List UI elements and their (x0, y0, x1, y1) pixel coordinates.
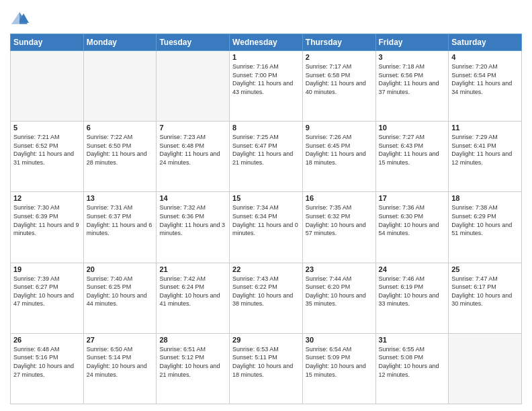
day-info: Sunrise: 7:47 AM Sunset: 6:17 PM Dayligh… (451, 275, 519, 308)
day-info: Sunrise: 6:48 AM Sunset: 5:16 PM Dayligh… (13, 345, 81, 379)
calendar-cell: 6Sunrise: 7:22 AM Sunset: 6:50 PM Daylig… (83, 122, 157, 192)
day-number: 31 (379, 336, 446, 344)
calendar-cell: 26Sunrise: 6:48 AM Sunset: 5:16 PM Dayli… (11, 333, 84, 404)
day-info: Sunrise: 7:22 AM Sunset: 6:50 PM Dayligh… (87, 133, 154, 167)
calendar-cell: 30Sunrise: 6:54 AM Sunset: 5:09 PM Dayli… (302, 333, 375, 404)
day-info: Sunrise: 7:26 AM Sunset: 6:45 PM Dayligh… (306, 133, 373, 167)
day-number: 24 (379, 265, 446, 273)
day-number: 2 (306, 53, 373, 61)
day-info: Sunrise: 6:55 AM Sunset: 5:08 PM Dayligh… (379, 345, 446, 379)
day-info: Sunrise: 6:53 AM Sunset: 5:11 PM Dayligh… (232, 345, 300, 379)
calendar-week-row: 19Sunrise: 7:39 AM Sunset: 6:27 PM Dayli… (11, 263, 522, 333)
day-number: 13 (87, 194, 154, 202)
calendar-day-header: Tuesday (157, 34, 230, 51)
calendar-cell: 27Sunrise: 6:50 AM Sunset: 5:14 PM Dayli… (83, 333, 157, 404)
calendar-cell (11, 51, 84, 122)
day-number: 26 (13, 336, 81, 344)
day-number: 9 (306, 124, 373, 132)
day-number: 28 (159, 336, 226, 344)
calendar-cell: 12Sunrise: 7:30 AM Sunset: 6:39 PM Dayli… (11, 192, 84, 263)
day-info: Sunrise: 7:29 AM Sunset: 6:41 PM Dayligh… (451, 133, 519, 167)
day-number: 11 (451, 124, 519, 132)
day-info: Sunrise: 7:17 AM Sunset: 6:58 PM Dayligh… (306, 62, 373, 96)
day-info: Sunrise: 7:42 AM Sunset: 6:24 PM Dayligh… (159, 275, 226, 308)
day-info: Sunrise: 7:18 AM Sunset: 6:56 PM Dayligh… (379, 62, 446, 96)
day-info: Sunrise: 7:25 AM Sunset: 6:47 PM Dayligh… (232, 133, 300, 167)
day-number: 4 (451, 53, 519, 61)
calendar-cell: 16Sunrise: 7:35 AM Sunset: 6:32 PM Dayli… (302, 192, 375, 263)
calendar-cell: 22Sunrise: 7:43 AM Sunset: 6:22 PM Dayli… (230, 263, 303, 333)
calendar-week-row: 12Sunrise: 7:30 AM Sunset: 6:39 PM Dayli… (11, 192, 522, 263)
day-number: 17 (379, 194, 446, 202)
day-number: 30 (306, 336, 373, 344)
calendar-day-header: Monday (83, 34, 157, 51)
calendar-cell: 17Sunrise: 7:36 AM Sunset: 6:30 PM Dayli… (375, 192, 449, 263)
day-number: 18 (451, 194, 519, 202)
calendar-header-row: SundayMondayTuesdayWednesdayThursdayFrid… (11, 34, 522, 51)
calendar-cell: 19Sunrise: 7:39 AM Sunset: 6:27 PM Dayli… (11, 263, 84, 333)
day-number: 16 (306, 194, 373, 202)
logo (10, 9, 32, 28)
calendar-day-header: Sunday (11, 34, 84, 51)
calendar-day-header: Friday (375, 34, 449, 51)
day-number: 5 (13, 124, 81, 132)
calendar-cell (449, 333, 522, 404)
day-number: 22 (232, 265, 300, 273)
calendar-cell: 21Sunrise: 7:42 AM Sunset: 6:24 PM Dayli… (157, 263, 230, 333)
calendar-week-row: 5Sunrise: 7:21 AM Sunset: 6:52 PM Daylig… (11, 122, 522, 192)
day-number: 19 (13, 265, 81, 273)
day-info: Sunrise: 7:46 AM Sunset: 6:19 PM Dayligh… (379, 275, 446, 308)
day-number: 8 (232, 124, 300, 132)
calendar-cell: 4Sunrise: 7:20 AM Sunset: 6:54 PM Daylig… (449, 51, 522, 122)
calendar-cell: 10Sunrise: 7:27 AM Sunset: 6:43 PM Dayli… (375, 122, 449, 192)
day-number: 1 (232, 53, 300, 61)
day-info: Sunrise: 7:39 AM Sunset: 6:27 PM Dayligh… (13, 275, 81, 308)
calendar-cell: 13Sunrise: 7:31 AM Sunset: 6:37 PM Dayli… (83, 192, 157, 263)
day-info: Sunrise: 7:34 AM Sunset: 6:34 PM Dayligh… (232, 203, 300, 237)
day-number: 3 (379, 53, 446, 61)
day-info: Sunrise: 7:43 AM Sunset: 6:22 PM Dayligh… (232, 275, 300, 308)
day-info: Sunrise: 6:54 AM Sunset: 5:09 PM Dayligh… (306, 345, 373, 379)
calendar-cell: 28Sunrise: 6:51 AM Sunset: 5:12 PM Dayli… (157, 333, 230, 404)
calendar-cell: 20Sunrise: 7:40 AM Sunset: 6:25 PM Dayli… (83, 263, 157, 333)
calendar-cell (83, 51, 157, 122)
calendar-cell: 25Sunrise: 7:47 AM Sunset: 6:17 PM Dayli… (449, 263, 522, 333)
day-number: 21 (159, 265, 226, 273)
svg-rect-3 (10, 9, 19, 28)
calendar-week-row: 1Sunrise: 7:16 AM Sunset: 7:00 PM Daylig… (11, 51, 522, 122)
calendar-cell (157, 51, 230, 122)
day-number: 27 (87, 336, 154, 344)
day-info: Sunrise: 7:32 AM Sunset: 6:36 PM Dayligh… (159, 203, 226, 237)
day-number: 10 (379, 124, 446, 132)
day-info: Sunrise: 7:21 AM Sunset: 6:52 PM Dayligh… (13, 133, 81, 167)
calendar-cell: 31Sunrise: 6:55 AM Sunset: 5:08 PM Dayli… (375, 333, 449, 404)
day-info: Sunrise: 7:20 AM Sunset: 6:54 PM Dayligh… (451, 62, 519, 96)
day-info: Sunrise: 6:51 AM Sunset: 5:12 PM Dayligh… (159, 345, 226, 379)
day-number: 25 (451, 265, 519, 273)
logo-icon (10, 9, 29, 28)
day-number: 20 (87, 265, 154, 273)
calendar-cell: 5Sunrise: 7:21 AM Sunset: 6:52 PM Daylig… (11, 122, 84, 192)
calendar-week-row: 26Sunrise: 6:48 AM Sunset: 5:16 PM Dayli… (11, 333, 522, 404)
day-info: Sunrise: 7:23 AM Sunset: 6:48 PM Dayligh… (159, 133, 226, 167)
header (10, 7, 522, 28)
day-info: Sunrise: 7:35 AM Sunset: 6:32 PM Dayligh… (306, 203, 373, 237)
calendar-cell: 24Sunrise: 7:46 AM Sunset: 6:19 PM Dayli… (375, 263, 449, 333)
calendar-day-header: Wednesday (230, 34, 303, 51)
calendar-cell: 9Sunrise: 7:26 AM Sunset: 6:45 PM Daylig… (302, 122, 375, 192)
calendar-day-header: Saturday (449, 34, 522, 51)
calendar-cell: 3Sunrise: 7:18 AM Sunset: 6:56 PM Daylig… (375, 51, 449, 122)
day-info: Sunrise: 7:16 AM Sunset: 7:00 PM Dayligh… (232, 62, 300, 96)
calendar-cell: 14Sunrise: 7:32 AM Sunset: 6:36 PM Dayli… (157, 192, 230, 263)
day-info: Sunrise: 7:38 AM Sunset: 6:29 PM Dayligh… (451, 203, 519, 237)
day-info: Sunrise: 7:31 AM Sunset: 6:37 PM Dayligh… (87, 203, 154, 237)
day-info: Sunrise: 7:30 AM Sunset: 6:39 PM Dayligh… (13, 203, 81, 237)
calendar-cell: 7Sunrise: 7:23 AM Sunset: 6:48 PM Daylig… (157, 122, 230, 192)
calendar-cell: 2Sunrise: 7:17 AM Sunset: 6:58 PM Daylig… (302, 51, 375, 122)
calendar-table: SundayMondayTuesdayWednesdayThursdayFrid… (10, 34, 522, 404)
day-info: Sunrise: 7:44 AM Sunset: 6:20 PM Dayligh… (306, 275, 373, 308)
day-number: 6 (87, 124, 154, 132)
calendar-cell: 18Sunrise: 7:38 AM Sunset: 6:29 PM Dayli… (449, 192, 522, 263)
day-number: 12 (13, 194, 81, 202)
day-number: 29 (232, 336, 300, 344)
